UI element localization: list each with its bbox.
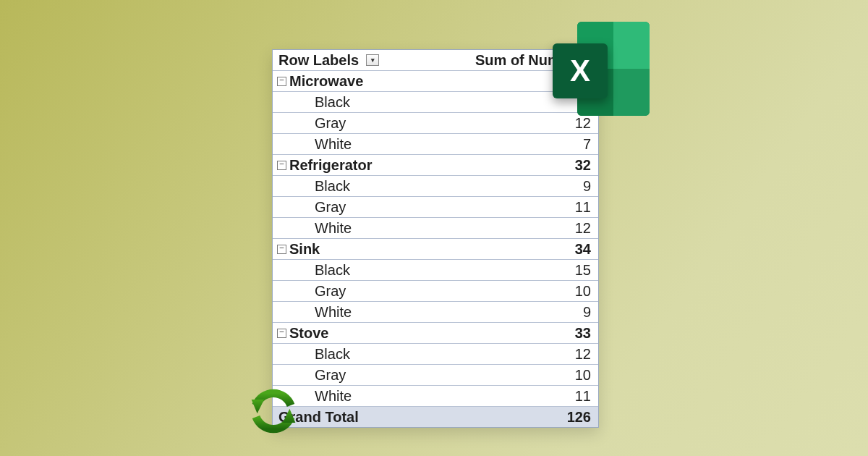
row-label: Black [278, 94, 350, 110]
collapse-icon[interactable] [277, 329, 286, 338]
row-label: Gray [278, 283, 346, 299]
row-label: Gray [278, 199, 346, 215]
table-row[interactable]: Gray10 [273, 281, 598, 302]
refresh-icon [244, 382, 302, 440]
background: Row Labels ▾ Sum of Number i Microwave B… [0, 0, 868, 456]
row-value: 9 [583, 304, 591, 320]
grand-total-value: 126 [567, 409, 591, 425]
row-value: 12 [575, 346, 591, 362]
table-row[interactable]: White9 [273, 302, 598, 323]
group-subtotal: 33 [575, 325, 591, 341]
row-labels-filter-dropdown[interactable]: ▾ [366, 54, 379, 66]
table-row[interactable]: Black12 [273, 344, 598, 365]
row-value: 10 [575, 283, 591, 299]
group-header-sink[interactable]: Sink 34 [273, 239, 598, 260]
table-row[interactable]: White11 [273, 386, 598, 407]
excel-icon: X [547, 22, 655, 123]
row-label: White [278, 304, 352, 320]
row-value: 15 [575, 262, 591, 278]
row-value: 12 [575, 220, 591, 236]
grand-total-row: Grand Total 126 [273, 407, 598, 427]
table-row[interactable]: Black15 [273, 260, 598, 281]
row-label: White [278, 136, 352, 152]
group-header-stove[interactable]: Stove 33 [273, 323, 598, 344]
table-row[interactable]: White7 [273, 134, 598, 155]
collapse-icon[interactable] [277, 77, 286, 86]
group-subtotal: 34 [575, 241, 591, 257]
group-label: Sink [289, 241, 320, 257]
row-value: 10 [575, 367, 591, 383]
row-value: 7 [583, 136, 591, 152]
collapse-icon[interactable] [277, 245, 286, 254]
group-subtotal: 32 [575, 157, 591, 173]
group-label: Microwave [289, 73, 363, 89]
row-label: White [278, 220, 352, 236]
row-value: 11 [575, 199, 591, 215]
table-row[interactable]: Black9 [273, 176, 598, 197]
table-row[interactable]: Gray10 [273, 365, 598, 386]
row-value: 11 [575, 388, 591, 404]
row-label: Black [278, 262, 350, 278]
row-label: Black [278, 178, 350, 194]
table-row[interactable]: Gray11 [273, 197, 598, 218]
excel-letter: X [570, 54, 590, 88]
group-label: Stove [289, 325, 328, 341]
group-label: Refrigerator [289, 157, 372, 173]
row-label: Black [278, 346, 350, 362]
row-value: 9 [583, 178, 591, 194]
collapse-icon[interactable] [277, 161, 286, 170]
group-header-refrigerator[interactable]: Refrigerator 32 [273, 155, 598, 176]
row-labels-header: Row Labels [278, 52, 359, 68]
table-row[interactable]: White12 [273, 218, 598, 239]
row-label: Gray [278, 115, 346, 131]
svg-marker-1 [283, 409, 296, 423]
row-label: Gray [278, 367, 346, 383]
svg-marker-0 [252, 400, 265, 413]
